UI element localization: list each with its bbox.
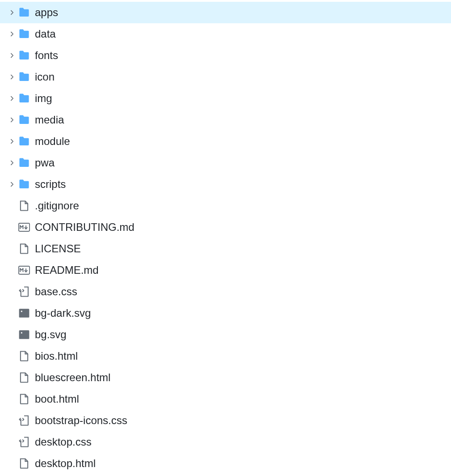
image-icon — [18, 307, 30, 319]
tree-item-label: bg-dark.svg — [35, 307, 91, 319]
svg-rect-4 — [19, 330, 30, 339]
tree-item-label: bg.svg — [35, 328, 67, 341]
svg-point-3 — [21, 310, 22, 312]
folder-icon — [18, 114, 30, 126]
folder-icon — [18, 71, 30, 83]
tree-item-label: scripts — [35, 178, 66, 191]
tree-item-pwa[interactable]: pwa — [0, 152, 451, 174]
tree-item-label: data — [35, 28, 56, 40]
tree-item-desktop-css[interactable]: desktop.css — [0, 431, 451, 453]
svg-rect-2 — [19, 309, 30, 318]
chevron-right-icon[interactable] — [8, 31, 16, 37]
tree-item-label: boot.html — [35, 393, 79, 405]
chevron-right-icon[interactable] — [8, 74, 16, 80]
chevron-right-icon[interactable] — [8, 117, 16, 123]
tree-item-label: desktop.html — [35, 457, 96, 470]
code-file-icon — [18, 436, 30, 448]
tree-item-contributing-md[interactable]: CONTRIBUTING.md — [0, 217, 451, 238]
tree-item-license[interactable]: LICENSE — [0, 238, 451, 259]
file-icon — [18, 371, 30, 384]
tree-item-label: bios.html — [35, 350, 78, 362]
tree-item-bg-dark-svg[interactable]: bg-dark.svg — [0, 302, 451, 324]
chevron-right-icon[interactable] — [8, 138, 16, 144]
code-file-icon — [18, 414, 30, 427]
tree-item-img[interactable]: img — [0, 88, 451, 109]
code-file-icon — [18, 285, 30, 298]
folder-icon — [18, 49, 30, 62]
tree-item-label: media — [35, 114, 64, 126]
folder-icon — [18, 157, 30, 169]
tree-item-base-css[interactable]: base.css — [0, 281, 451, 302]
tree-item-readme-md[interactable]: README.md — [0, 259, 451, 281]
file-icon — [18, 200, 30, 212]
file-icon — [18, 393, 30, 405]
markdown-icon — [18, 221, 30, 234]
tree-item--gitignore[interactable]: .gitignore — [0, 195, 451, 217]
markdown-icon — [18, 264, 30, 276]
tree-item-bg-svg[interactable]: bg.svg — [0, 324, 451, 345]
tree-item-scripts[interactable]: scripts — [0, 174, 451, 195]
tree-item-bios-html[interactable]: bios.html — [0, 345, 451, 367]
tree-item-label: apps — [35, 6, 58, 19]
folder-icon — [18, 92, 30, 105]
tree-item-label: img — [35, 92, 52, 105]
tree-item-label: README.md — [35, 264, 99, 276]
file-icon — [18, 350, 30, 362]
folder-icon — [18, 28, 30, 40]
tree-item-label: base.css — [35, 285, 77, 298]
tree-item-label: CONTRIBUTING.md — [35, 221, 135, 234]
chevron-right-icon[interactable] — [8, 181, 16, 187]
svg-point-5 — [21, 332, 22, 333]
file-icon — [18, 242, 30, 255]
chevron-right-icon[interactable] — [8, 9, 16, 16]
file-tree: appsdatafontsiconimgmediamodulepwascript… — [0, 0, 451, 474]
folder-icon — [18, 178, 30, 191]
tree-item-label: pwa — [35, 157, 55, 169]
tree-item-module[interactable]: module — [0, 131, 451, 152]
tree-item-bluescreen-html[interactable]: bluescreen.html — [0, 367, 451, 388]
tree-item-data[interactable]: data — [0, 23, 451, 45]
tree-item-label: bootstrap-icons.css — [35, 414, 127, 427]
tree-item-label: desktop.css — [35, 436, 92, 448]
tree-item-label: bluescreen.html — [35, 371, 110, 384]
tree-item-label: fonts — [35, 49, 58, 62]
folder-icon — [18, 6, 30, 19]
chevron-right-icon[interactable] — [8, 95, 16, 102]
tree-item-label: .gitignore — [35, 200, 79, 212]
chevron-right-icon[interactable] — [8, 52, 16, 59]
tree-item-label: module — [35, 135, 70, 148]
tree-item-fonts[interactable]: fonts — [0, 45, 451, 66]
tree-item-icon[interactable]: icon — [0, 66, 451, 88]
chevron-right-icon[interactable] — [8, 160, 16, 166]
folder-icon — [18, 135, 30, 148]
tree-item-desktop-html[interactable]: desktop.html — [0, 453, 451, 474]
tree-item-apps[interactable]: apps — [0, 2, 451, 23]
image-icon — [18, 328, 30, 341]
tree-item-label: icon — [35, 71, 55, 83]
tree-item-media[interactable]: media — [0, 109, 451, 131]
file-icon — [18, 457, 30, 470]
tree-item-bootstrap-icons-css[interactable]: bootstrap-icons.css — [0, 410, 451, 431]
tree-item-label: LICENSE — [35, 242, 81, 255]
tree-item-boot-html[interactable]: boot.html — [0, 388, 451, 410]
